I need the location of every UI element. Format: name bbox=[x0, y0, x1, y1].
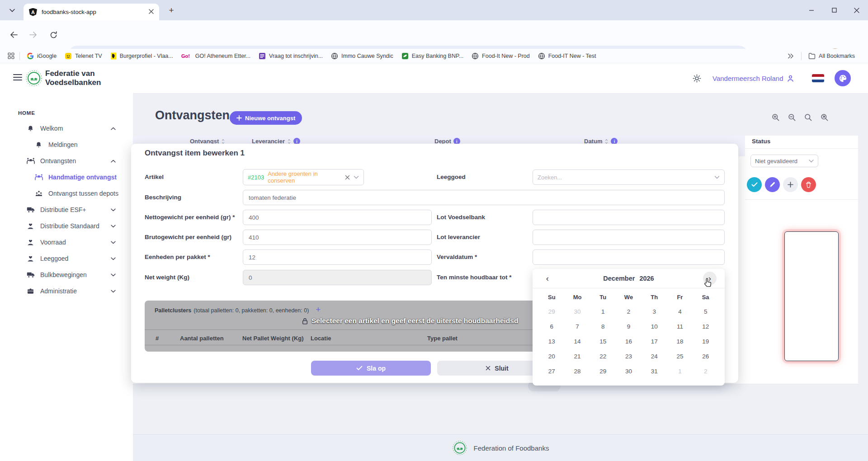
sidebar-item-ontvangsten[interactable]: Ontvangsten bbox=[0, 153, 133, 169]
sidebar-item-distributie-esf[interactable]: Distributie ESF+ bbox=[0, 202, 133, 218]
bookmark-item-easy-banking-bnp[interactable]: Easy Banking BNP... bbox=[397, 51, 467, 61]
sidebar-item-voorraad[interactable]: Voorraad bbox=[0, 234, 133, 250]
calendar-day[interactable]: 25 bbox=[667, 349, 693, 364]
calendar-day[interactable]: 8 bbox=[590, 319, 616, 334]
bookmark-item-vraag-tot-inschrijvin[interactable]: Vraag tot inschrijvin... bbox=[255, 51, 327, 61]
all-bookmarks-button[interactable]: All Bookmarks bbox=[804, 51, 859, 61]
forward-button[interactable] bbox=[26, 28, 41, 42]
hamburger-menu-icon[interactable] bbox=[13, 73, 23, 81]
calendar-day[interactable]: 22 bbox=[590, 349, 616, 364]
chevron-down-icon[interactable] bbox=[714, 176, 720, 179]
calendar-day[interactable]: 16 bbox=[616, 334, 642, 349]
calendar-day[interactable]: 31 bbox=[642, 364, 667, 379]
validation-error-field[interactable] bbox=[784, 231, 839, 361]
calendar-day[interactable]: 7 bbox=[565, 319, 590, 334]
calendar-day[interactable]: 29 bbox=[539, 304, 565, 319]
window-maximize-button[interactable] bbox=[823, 0, 845, 20]
vervaldatum-input[interactable] bbox=[533, 249, 725, 265]
search-expand-icon[interactable] bbox=[820, 113, 829, 122]
user-name[interactable]: Vandermeersch Roland bbox=[712, 75, 783, 82]
add-row-button[interactable] bbox=[783, 177, 798, 192]
tab-close-icon[interactable] bbox=[149, 9, 154, 15]
reload-button[interactable] bbox=[46, 28, 61, 42]
calendar-day[interactable]: 10 bbox=[642, 319, 667, 334]
tab-search-chevron-icon[interactable] bbox=[6, 5, 18, 15]
browser-tab[interactable]: A foodbanks-stock-app bbox=[24, 4, 159, 20]
calendar-day[interactable]: 24 bbox=[642, 349, 667, 364]
calendar-next-icon[interactable]: › bbox=[703, 272, 717, 285]
calendar-month[interactable]: December bbox=[603, 275, 635, 282]
sidebar-item-welkom[interactable]: Welkom bbox=[0, 120, 133, 136]
sidebar-item-meldingen[interactable]: Meldingen bbox=[0, 136, 133, 153]
bookmark-item-food-it-new-test[interactable]: Food-IT New - Test bbox=[534, 51, 600, 61]
clear-selection-icon[interactable] bbox=[345, 175, 350, 180]
calendar-day[interactable]: 4 bbox=[667, 304, 693, 319]
calendar-day[interactable]: 18 bbox=[667, 334, 693, 349]
calendar-day[interactable]: 15 bbox=[590, 334, 616, 349]
netto-input[interactable] bbox=[243, 210, 432, 225]
artikel-select[interactable]: #2103 Andere groenten in conserven bbox=[243, 169, 364, 185]
bookmark-item-igoogle[interactable]: iGoogle bbox=[23, 51, 61, 61]
eenheden-input[interactable] bbox=[243, 249, 432, 265]
calendar-day[interactable]: 2 bbox=[693, 364, 718, 379]
edit-row-button[interactable] bbox=[765, 177, 780, 192]
delete-row-button[interactable] bbox=[801, 177, 816, 192]
calendar-day[interactable]: 3 bbox=[642, 304, 667, 319]
calendar-day[interactable]: 26 bbox=[693, 349, 718, 364]
bookmark-item-food-it-new-prod[interactable]: Food-It New - Prod bbox=[467, 51, 534, 61]
calendar-day[interactable]: 27 bbox=[539, 364, 565, 379]
calendar-day[interactable]: 12 bbox=[693, 319, 718, 334]
calendar-day[interactable]: 1 bbox=[590, 304, 616, 319]
sidebar-item-distributie-standaard[interactable]: Distributie Standaard bbox=[0, 218, 133, 234]
back-button[interactable] bbox=[6, 28, 21, 42]
new-tab-button[interactable]: + bbox=[165, 5, 177, 16]
calendar-day[interactable]: 28 bbox=[565, 364, 590, 379]
save-button[interactable]: Sla op bbox=[311, 361, 431, 376]
validate-row-button[interactable] bbox=[747, 177, 762, 192]
user-menu[interactable]: Vandermeersch Roland bbox=[712, 63, 794, 93]
bookmark-item-go-atheneum-etter[interactable]: Go!GO! Atheneum Etter... bbox=[177, 51, 255, 61]
calendar-day[interactable]: 17 bbox=[642, 334, 667, 349]
beschrijving-input[interactable] bbox=[243, 190, 725, 205]
bookmark-item-telenet-tv[interactable]: Telenet TV bbox=[61, 51, 106, 61]
chevron-down-icon[interactable] bbox=[354, 176, 359, 179]
bruto-input[interactable] bbox=[243, 230, 432, 245]
calendar-day[interactable]: 21 bbox=[565, 349, 590, 364]
zoom-out-icon[interactable] bbox=[788, 113, 796, 122]
calendar-day[interactable]: 6 bbox=[539, 319, 565, 334]
sidebar-item-handmatige-ontvangst[interactable]: Handmatige ontvangst bbox=[0, 169, 133, 185]
apps-grid-icon[interactable] bbox=[7, 52, 15, 60]
calendar-day[interactable]: 9 bbox=[616, 319, 642, 334]
calendar-year[interactable]: 2026 bbox=[639, 275, 654, 282]
bookmark-item-burgerprofiel-vlaa[interactable]: Burgerprofiel - Vlaa... bbox=[106, 51, 177, 61]
sidebar-item-bulkbewegingen[interactable]: Bulkbewegingen bbox=[0, 267, 133, 283]
calendar-day[interactable]: 5 bbox=[693, 304, 718, 319]
calendar-day[interactable]: 19 bbox=[693, 334, 718, 349]
calendar-prev-icon[interactable]: ‹ bbox=[541, 272, 554, 285]
calendar-day[interactable]: 30 bbox=[565, 304, 590, 319]
add-palletcluster-icon[interactable]: + bbox=[316, 307, 321, 312]
calendar-day[interactable]: 2 bbox=[616, 304, 642, 319]
theme-palette-button[interactable] bbox=[835, 70, 851, 86]
bookmarks-overflow-chevron-icon[interactable] bbox=[788, 53, 794, 59]
theme-sun-icon[interactable] bbox=[693, 74, 701, 83]
sidebar-item-ontvangst-tussen-depots[interactable]: Ontvangst tussen depots bbox=[0, 185, 133, 202]
new-reception-button[interactable]: Nieuwe ontvangst bbox=[230, 111, 302, 125]
calendar-day[interactable]: 20 bbox=[539, 349, 565, 364]
status-filter-select[interactable]: Niet gevalideerd bbox=[750, 155, 818, 167]
lot-leverancier-input[interactable] bbox=[533, 230, 725, 245]
calendar-day[interactable]: 23 bbox=[616, 349, 642, 364]
lot-voedselbank-input[interactable] bbox=[533, 210, 725, 225]
search-icon[interactable] bbox=[804, 113, 812, 122]
bookmark-item-immo-cauwe-syndic[interactable]: Immo Cauwe Syndic bbox=[327, 51, 397, 61]
window-minimize-button[interactable] bbox=[800, 0, 823, 20]
calendar-day[interactable]: 11 bbox=[667, 319, 693, 334]
sidebar-item-administratie[interactable]: Administratie bbox=[0, 283, 133, 299]
window-close-button[interactable] bbox=[845, 0, 868, 20]
calendar-day[interactable]: 29 bbox=[590, 364, 616, 379]
zoom-in-icon[interactable] bbox=[771, 113, 780, 122]
calendar-day[interactable]: 30 bbox=[616, 364, 642, 379]
language-flag-nl[interactable] bbox=[812, 74, 824, 82]
sidebar-item-leeggoed[interactable]: Leeggoed bbox=[0, 250, 133, 267]
calendar-day[interactable]: 14 bbox=[565, 334, 590, 349]
